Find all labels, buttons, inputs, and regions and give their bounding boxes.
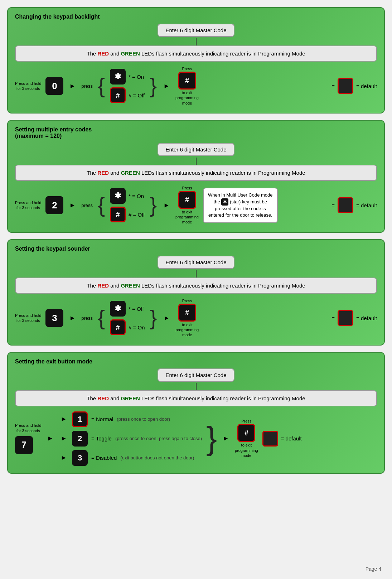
tooltip-box-2: When in Multi User Code mode the ✱ (star…	[203, 188, 278, 223]
pm-and-2: and	[109, 170, 121, 176]
section-multi-entry: Setting multiple entry codes(maximum = 1…	[7, 120, 385, 233]
programming-mode-box-2: The RED and GREEN LEDs flash simultaneou…	[15, 165, 377, 181]
exit-option-1: ► 1 = Normal (press once to open door)	[59, 411, 202, 427]
default-label-1: = default	[356, 83, 377, 89]
master-code-box-4: Enter 6 digit Master Code	[158, 368, 234, 382]
arrow-opt-3: ►	[61, 454, 67, 462]
tooltip-line3: (star) key must be	[230, 199, 267, 204]
master-code-box-2: Enter 6 digit Master Code	[158, 143, 234, 156]
controls-row-4: Press and holdfor 3 seconds 7 ► ► 1 = No…	[15, 411, 377, 466]
tooltip-line5: entered for the door to release.	[208, 212, 272, 218]
connector-line-4	[196, 383, 197, 390]
option-star-1: ✱ * = On	[110, 69, 145, 85]
section-sounder: Setting the keypad sounder Enter 6 digit…	[7, 239, 385, 346]
section-multi-title: Setting multiple entry codes(maximum = 1…	[15, 126, 377, 139]
press-hold-4: Press and holdfor 3 seconds	[15, 423, 41, 433]
exit-hash-key-3: #	[178, 304, 196, 322]
left-group-4: Press and holdfor 3 seconds 7	[15, 423, 41, 454]
option-star-3: ✱ * = Off	[110, 301, 145, 317]
main-key-4: 7	[15, 436, 33, 454]
controls-row-3: Press and holdfor 3 seconds 3 ► press { …	[15, 299, 377, 338]
equals-sign-3: =	[331, 315, 335, 321]
exit-press-group-2: Press # to exitprogrammingmode	[175, 186, 199, 225]
pm-post-4: LEDs flash simultaneously indicating rea…	[140, 395, 305, 401]
brace-options-1: ✱ * = On # # = Off	[110, 69, 145, 103]
equals-sign-1: =	[331, 83, 335, 89]
main-key-2: 2	[45, 196, 63, 214]
section-exit-title: Setting the exit button mode	[15, 358, 377, 365]
default-label-4: = default	[281, 435, 302, 442]
exit-options-col: ► 1 = Normal (press once to open door) ►…	[59, 411, 202, 466]
pm-pre-3: The	[87, 283, 97, 289]
tooltip-line4: pressed after the code is	[215, 206, 266, 211]
opt-label-1: = Normal	[91, 416, 113, 422]
arrow-3a: ►	[69, 314, 76, 322]
pm-green-4: GREEN	[121, 395, 140, 401]
press-text-4: Press	[241, 419, 251, 423]
brace-options-3: ✱ * = Off # # = On	[110, 301, 145, 335]
option-hash-3: # # = On	[110, 319, 145, 335]
opt-sub-1: (press once to open door)	[117, 416, 170, 422]
pm-pre-4: The	[87, 395, 97, 401]
page-number: Page 4	[366, 566, 381, 572]
connector-line-2	[196, 158, 197, 165]
arrow-1b: ►	[163, 82, 170, 90]
pm-green-3: GREEN	[121, 283, 140, 289]
arrow-4a: ►	[47, 435, 53, 442]
star-key-1: ✱	[110, 69, 126, 85]
default-box-1	[338, 78, 353, 94]
pm-pre-2: The	[87, 170, 97, 176]
brace-left-2: {	[98, 194, 105, 216]
option-hash-1: # # = Off	[110, 87, 145, 103]
exit-option-3: ► 3 = Disabled (exit button does not ope…	[59, 450, 202, 466]
opt-key-3: 3	[72, 450, 88, 466]
exit-text-4: to exitprogrammingmode	[235, 443, 258, 458]
pm-red-1: RED	[97, 50, 109, 57]
pm-red-4: RED	[97, 395, 109, 401]
press-label-1a: press	[81, 83, 93, 89]
press-label-2a: press	[81, 203, 93, 208]
pm-green-1: GREEN	[121, 50, 140, 57]
exit-option-2: ► 2 = Toggle (press once to open, press …	[59, 431, 202, 447]
opt-key-2: 2	[72, 431, 88, 447]
pm-post-3: LEDs flash simultaneously indicating rea…	[140, 283, 305, 289]
opt-key-1: 1	[72, 411, 88, 427]
tooltip-line1: When in Multi User Code mode	[208, 192, 273, 198]
option-hash-2: # # = Off	[110, 207, 145, 222]
star-label-1: * = On	[129, 74, 144, 80]
hash-key-3: #	[110, 319, 126, 335]
press-text-1: Press	[182, 67, 192, 71]
default-group-2: = = default	[331, 197, 377, 213]
default-box-4	[262, 431, 278, 447]
default-group-3: = = default	[331, 310, 377, 326]
brace-left-3: {	[98, 307, 105, 329]
exit-press-group-3: Press # to exitprogrammingmode	[175, 299, 199, 338]
pm-red-3: RED	[97, 283, 109, 289]
master-code-box-3: Enter 6 digit Master Code	[158, 256, 234, 269]
main-key-1: 0	[45, 77, 63, 95]
pm-post-2: LEDs flash simultaneously indicating rea…	[140, 170, 305, 176]
brace-right-2: }	[150, 194, 157, 216]
default-label-2: = default	[356, 202, 377, 208]
press-text-3: Press	[182, 299, 192, 303]
section-sounder-title: Setting the keypad sounder	[15, 246, 377, 252]
pm-and-3: and	[109, 283, 121, 289]
brace-options-2: ✱ * = On # # = Off	[110, 188, 145, 222]
section-backlight-title: Changing the keypad backlight	[15, 14, 377, 20]
press-text-2: Press	[182, 186, 192, 190]
exit-hash-key-2: #	[178, 191, 196, 209]
hash-key-2: #	[110, 207, 126, 222]
section-exit-button: Setting the exit button mode Enter 6 dig…	[7, 352, 385, 474]
arrow-3b: ►	[164, 314, 170, 322]
exit-press-group-4: Press # to exitprogrammingmode	[235, 419, 258, 458]
default-label-3: = default	[356, 315, 377, 321]
opt-sub-3: (exit button does not open the door)	[120, 455, 194, 460]
controls-row-2: Press and holdfor 3 seconds 2 ► press { …	[15, 186, 377, 225]
exit-text-3: to exitprogrammingmode	[175, 322, 199, 338]
option-star-2: ✱ * = On	[110, 188, 145, 204]
default-group-4: = default	[262, 431, 302, 447]
default-box-3	[338, 310, 353, 326]
pm-red-2: RED	[97, 170, 109, 176]
connector-line-1	[196, 38, 197, 45]
pm-green-2: GREEN	[121, 170, 140, 176]
